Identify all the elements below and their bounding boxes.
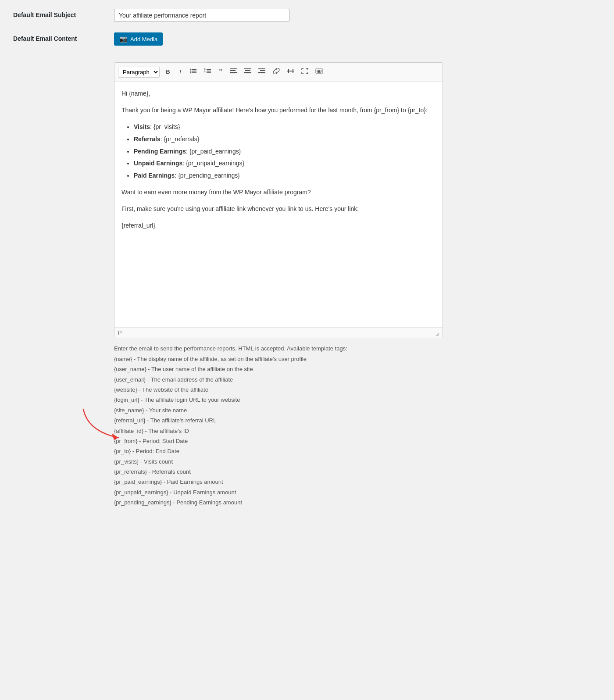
content-field-wrapper: 📷 Add Media Visual Text Paragraph Headin…: [114, 32, 443, 508]
svg-rect-3: [192, 71, 196, 71]
paragraph-select[interactable]: Paragraph Heading 1 Heading 2: [118, 67, 160, 78]
toolbar-ul[interactable]: [187, 66, 200, 78]
list-item-visits: Visits: {pr_visits}: [134, 122, 436, 132]
help-tag-item: {login_url} - The affiliate login URL to…: [114, 395, 443, 405]
add-media-button[interactable]: 📷 Add Media: [114, 32, 163, 46]
toolbar-blockquote[interactable]: ": [215, 65, 226, 79]
editor-area: Visual Text Paragraph Heading 1 Heading …: [114, 62, 443, 338]
content-label: Default Email Content: [13, 32, 114, 42]
editor-line-4: First, make sure you're using your affil…: [121, 204, 436, 214]
subject-input[interactable]: [114, 9, 289, 22]
svg-rect-33: [318, 71, 319, 72]
svg-rect-7: [207, 69, 211, 70]
svg-rect-14: [230, 72, 237, 73]
help-tag-item: {affiliate_id} - The affiliate's ID: [114, 426, 443, 436]
editor-line-3: Want to earn even more money from the WP…: [121, 187, 436, 198]
toolbar-link[interactable]: [269, 66, 283, 78]
svg-point-4: [190, 72, 192, 73]
editor-list: Visits: {pr_visits} Referrals: {pr_refer…: [134, 122, 436, 181]
list-item-pending-earnings: Pending Earnings: {pr_paid_earnings}: [134, 146, 436, 157]
help-tag-item: {name} - The display name of the affilia…: [114, 354, 443, 364]
svg-rect-23: [261, 74, 265, 74]
help-tag-item: {pr_to} - Period: End Date: [114, 446, 443, 456]
editor-wrapper: Paragraph Heading 1 Heading 2 B I 1.2.3.…: [114, 62, 443, 338]
editor-tag: P: [118, 329, 122, 336]
svg-rect-15: [230, 74, 235, 74]
svg-rect-5: [192, 72, 196, 73]
help-section: Enter the email to send the performance …: [114, 343, 443, 507]
svg-rect-34: [319, 71, 320, 72]
toolbar-italic[interactable]: I: [175, 66, 186, 78]
toolbar-hr[interactable]: [284, 66, 297, 78]
svg-rect-21: [260, 70, 265, 71]
svg-rect-19: [246, 74, 250, 74]
svg-rect-20: [258, 68, 265, 69]
svg-rect-30: [319, 70, 320, 71]
toolbar-ol[interactable]: 1.2.3.: [201, 66, 214, 78]
svg-rect-25: [288, 69, 289, 73]
toolbar-bold[interactable]: B: [162, 66, 174, 78]
list-item-referrals: Referrals: {pr_referrals}: [134, 134, 436, 145]
svg-rect-35: [321, 71, 321, 72]
list-item-paid-earnings: Paid Earnings: {pr_pending_earnings}: [134, 171, 436, 181]
add-media-label: Add Media: [130, 36, 157, 43]
help-tag-item: {pr_referrals} - Referrals count: [114, 467, 443, 477]
subject-field-wrapper: [114, 9, 443, 22]
editor-footer: P: [114, 327, 443, 338]
svg-rect-26: [293, 69, 293, 73]
svg-text:3.: 3.: [204, 71, 206, 74]
list-item-unpaid-earnings: Unpaid Earnings: {pr_unpaid_earnings}: [134, 158, 436, 169]
content-row: Default Email Content 📷 Add Media Visual…: [13, 32, 443, 508]
help-tag-item: {pr_pending_earnings} - Pending Earnings…: [114, 497, 443, 507]
editor-toolbar: Paragraph Heading 1 Heading 2 B I 1.2.3.…: [114, 63, 443, 82]
resize-handle[interactable]: [433, 330, 439, 336]
help-tag-item: {pr_unpaid_earnings} - Unpaid Earnings a…: [114, 487, 443, 497]
svg-rect-12: [230, 68, 237, 69]
help-tag-item: {site_name} - Your site name: [114, 405, 443, 415]
svg-rect-11: [207, 72, 211, 73]
svg-rect-13: [230, 70, 236, 71]
svg-rect-18: [244, 72, 251, 73]
svg-point-0: [190, 68, 192, 70]
subject-label: Default Email Subject: [13, 9, 114, 18]
media-icon: 📷: [119, 35, 128, 43]
help-tag-item: {pr_from} - Period: Start Date: [114, 436, 443, 446]
svg-line-39: [439, 336, 439, 336]
help-tag-item: {pr_paid_earnings} - Paid Earnings amoun…: [114, 477, 443, 487]
editor-line-1: Hi {name},: [121, 89, 436, 99]
help-tags-container: {name} - The display name of the affilia…: [114, 354, 443, 508]
help-text-block: Enter the email to send the performance …: [114, 343, 443, 507]
subject-row: Default Email Subject: [13, 9, 443, 22]
svg-rect-31: [321, 70, 321, 71]
help-tag-item: {referral_url} - The affiliate's referra…: [114, 415, 443, 425]
help-tag-item: {pr_visits} - Visits count: [114, 457, 443, 467]
svg-rect-1: [192, 69, 196, 70]
svg-point-2: [190, 70, 192, 71]
svg-rect-17: [245, 70, 250, 71]
toolbar-align-left[interactable]: [227, 66, 240, 78]
svg-rect-36: [318, 72, 321, 73]
svg-rect-16: [244, 68, 251, 69]
svg-rect-9: [207, 71, 211, 71]
editor-line-5: {referral_url}: [121, 221, 436, 231]
svg-rect-29: [318, 70, 319, 71]
svg-rect-22: [258, 72, 265, 73]
help-intro: Enter the email to send the performance …: [114, 343, 443, 354]
editor-content[interactable]: Hi {name}, Thank you for being a WP Mayo…: [114, 82, 443, 327]
toolbar-fullscreen[interactable]: [298, 66, 311, 78]
help-tag-item: {website} - The website of the affiliate: [114, 385, 443, 395]
svg-rect-32: [317, 71, 318, 72]
toolbar-align-right[interactable]: [255, 66, 268, 78]
help-tag-item: {user_name} - The user name of the affil…: [114, 364, 443, 374]
help-tag-item: {user_email} - The email address of the …: [114, 375, 443, 385]
toolbar-keyboard[interactable]: [312, 66, 326, 78]
svg-rect-28: [317, 70, 318, 71]
editor-line-2: Thank you for being a WP Mayor affiliate…: [121, 105, 436, 116]
toolbar-align-center[interactable]: [241, 66, 254, 78]
